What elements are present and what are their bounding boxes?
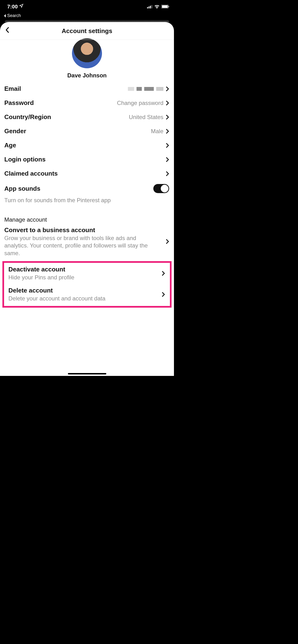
wifi-icon [154, 5, 160, 8]
app-sounds-toggle[interactable] [153, 184, 169, 193]
profile-name: Dave Johnson [67, 72, 106, 79]
cellular-icon [147, 5, 152, 8]
chevron-right-icon [162, 292, 165, 297]
row-login-options[interactable]: Login options [0, 152, 174, 166]
chevron-right-icon [166, 86, 169, 92]
status-time: 7:00 [7, 4, 18, 10]
avatar[interactable] [72, 38, 102, 68]
row-title: Delete account [9, 287, 157, 294]
row-app-sounds: App sounds [0, 181, 174, 196]
row-title: Convert to a business account [4, 226, 161, 234]
row-deactivate-account[interactable]: Deactivate account Hide your Pins and pr… [4, 264, 170, 284]
row-label: Login options [4, 156, 46, 163]
svg-rect-0 [147, 7, 148, 8]
row-country[interactable]: Country/Region United States [0, 110, 174, 124]
svg-rect-5 [162, 5, 168, 8]
chevron-left-icon [5, 27, 9, 33]
row-password[interactable]: Password Change password [0, 96, 174, 110]
chevron-right-icon [166, 100, 169, 106]
location-services-icon [19, 3, 24, 9]
row-label: App sounds [4, 185, 40, 192]
row-delete-account[interactable]: Delete account Delete your account and a… [4, 284, 170, 304]
home-indicator[interactable] [68, 373, 106, 374]
row-label: Claimed accounts [4, 170, 58, 177]
chevron-right-icon [166, 171, 169, 176]
breadcrumb-label: Search [7, 13, 21, 18]
status-bar: 7:00 [0, 0, 174, 13]
status-icons [147, 5, 169, 8]
back-button[interactable] [5, 27, 9, 34]
row-age[interactable]: Age [0, 138, 174, 152]
row-subtext: Delete your account and account data [9, 295, 157, 302]
svg-rect-2 [150, 6, 151, 8]
row-label: Password [4, 99, 34, 106]
sheet-header: Account settings [0, 22, 174, 40]
row-label: Email [4, 85, 21, 92]
redacted-email [128, 87, 163, 91]
row-value: Male [151, 128, 163, 135]
row-convert-business[interactable]: Convert to a business account Grow your … [0, 225, 174, 259]
section-manage-account: Manage account [0, 207, 174, 225]
row-label: Gender [4, 128, 26, 135]
page-title: Account settings [62, 27, 112, 35]
chevron-right-icon [166, 143, 169, 148]
row-label: Age [4, 142, 16, 149]
settings-sheet: Account settings Dave Johnson Email Pass… [0, 22, 174, 376]
sheet-backdrop [5, 20, 169, 22]
app-sounds-subtext: Turn on for sounds from the Pinterest ap… [0, 196, 174, 207]
row-value: United States [129, 114, 163, 120]
row-gender[interactable]: Gender Male [0, 124, 174, 138]
chevron-right-icon [162, 271, 165, 276]
battery-icon [162, 5, 169, 8]
breadcrumb-back[interactable]: Search [0, 13, 174, 20]
svg-rect-1 [148, 6, 150, 8]
chevron-right-icon [166, 157, 169, 162]
profile-section: Dave Johnson [0, 40, 174, 82]
row-email[interactable]: Email [0, 82, 174, 96]
svg-rect-6 [169, 6, 169, 8]
chevron-left-icon [4, 14, 6, 18]
svg-rect-3 [152, 5, 152, 8]
row-subtext: Grow your business or brand with tools l… [4, 234, 161, 257]
row-value: Change password [117, 100, 163, 106]
row-subtext: Hide your Pins and profile [9, 274, 157, 281]
row-label: Country/Region [4, 113, 51, 121]
chevron-right-icon [166, 239, 169, 244]
chevron-right-icon [166, 129, 169, 134]
row-claimed-accounts[interactable]: Claimed accounts [0, 166, 174, 181]
chevron-right-icon [166, 114, 169, 120]
highlight-annotation: Deactivate account Hide your Pins and pr… [3, 261, 172, 308]
row-title: Deactivate account [9, 266, 157, 273]
